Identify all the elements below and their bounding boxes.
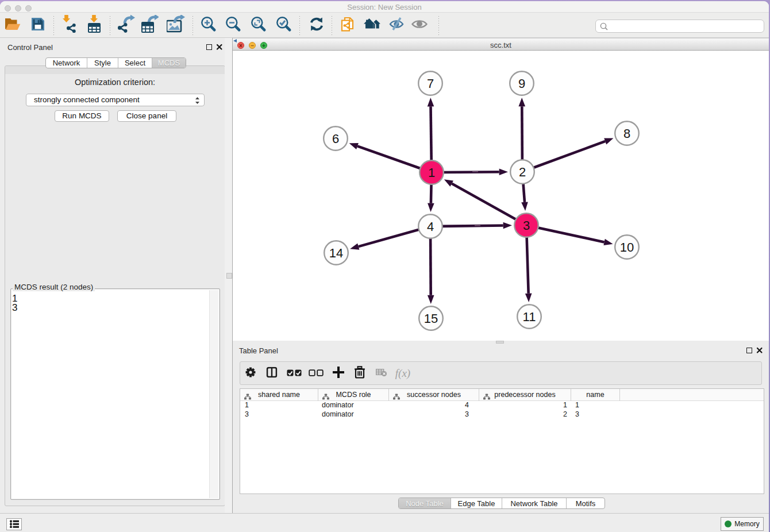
svg-text:10: 10 xyxy=(620,240,634,255)
svg-text:2: 2 xyxy=(519,165,526,179)
svg-text:9: 9 xyxy=(518,76,525,91)
svg-text:7: 7 xyxy=(427,76,434,91)
svg-text:11: 11 xyxy=(523,310,536,324)
svg-text:6: 6 xyxy=(332,132,339,146)
svg-text:4: 4 xyxy=(427,219,434,234)
svg-text:15: 15 xyxy=(424,311,438,326)
svg-text:14: 14 xyxy=(329,246,343,260)
svg-text:1: 1 xyxy=(428,165,435,180)
svg-text:8: 8 xyxy=(623,126,630,141)
svg-text:3: 3 xyxy=(523,218,530,233)
